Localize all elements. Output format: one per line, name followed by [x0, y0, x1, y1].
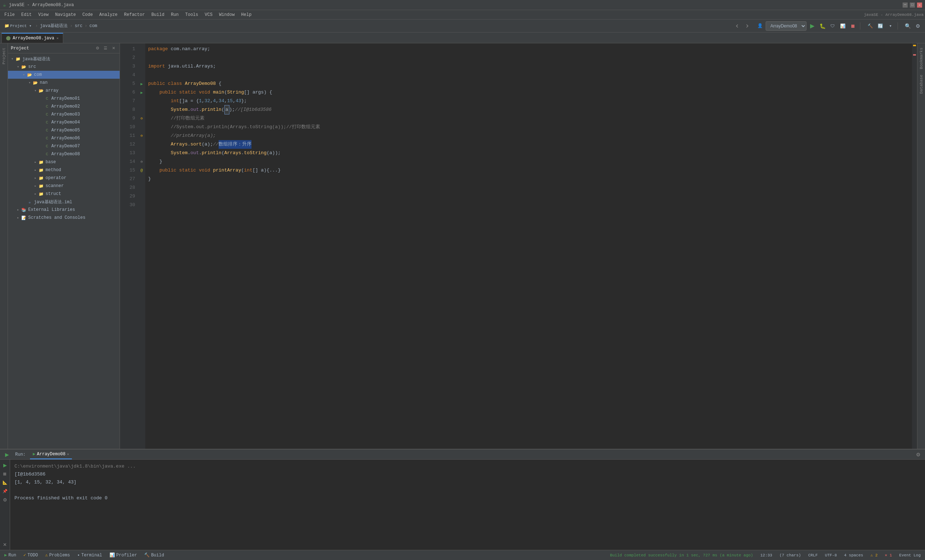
run-settings-btn[interactable]: ⚙ — [914, 450, 922, 459]
tree-item-array[interactable]: ▾ 📂 array — [8, 87, 120, 95]
gutter-6-run[interactable]: ▶ — [138, 88, 145, 97]
editor-tab-arraydemo08[interactable]: ArrayDemo08.java ✕ — [2, 33, 63, 43]
more-run-options[interactable]: ▾ — [886, 22, 895, 30]
run-coverage-button[interactable]: 🛡 — [828, 22, 837, 30]
build-action-tab[interactable]: 🔨 Build — [143, 552, 166, 558]
rerun-btn[interactable]: ▶ — [1, 461, 9, 469]
tree-arrow-external-libs: ▸ — [15, 207, 21, 212]
menu-vcs[interactable]: VCS — [202, 12, 216, 18]
menu-edit[interactable]: Edit — [18, 12, 35, 18]
menu-help[interactable]: Help — [238, 12, 255, 18]
menu-tools[interactable]: Tools — [182, 12, 201, 18]
settings-console-btn[interactable]: ⚙ — [1, 496, 9, 504]
gutter-5-run[interactable]: ▶ — [138, 80, 145, 88]
stop-run-btn[interactable]: ⏹ — [1, 470, 9, 478]
settings-button[interactable]: ⚙ — [913, 22, 922, 30]
close-button[interactable]: ✕ — [917, 3, 922, 8]
forward-button[interactable] — [743, 22, 752, 30]
project-close-btn[interactable]: ✕ — [110, 45, 117, 52]
tree-item-nan[interactable]: ▾ 📂 nan — [8, 79, 120, 87]
spaces-status[interactable]: 4 spaces — [843, 553, 865, 557]
gutter-9-fold[interactable]: ⊖ — [138, 114, 145, 123]
gutter-14-fold[interactable]: ⊖ — [138, 158, 145, 166]
breadcrumb-src[interactable]: src — [75, 24, 83, 29]
code-token — [148, 88, 159, 97]
tree-item-ArrayDemo03[interactable]: C ArrayDemo03 — [8, 111, 120, 119]
code-area[interactable]: package com.nan.array; import java.util.… — [145, 44, 912, 449]
breadcrumb-java[interactable]: java基础语法 — [40, 23, 68, 29]
project-settings-btn[interactable]: ⚙ — [94, 45, 101, 52]
run-action-tab[interactable]: ▶ Run — [3, 552, 18, 558]
event-log-btn[interactable]: Event Log — [898, 553, 922, 557]
search-everywhere-button[interactable]: 🔍 — [903, 22, 912, 30]
run-config-selector[interactable]: ArrayDemo08 — [766, 21, 806, 31]
menu-window[interactable]: Window — [216, 12, 237, 18]
tree-item-com[interactable]: ▾ 📂 com — [8, 71, 120, 79]
maximize-button[interactable]: □ — [910, 3, 915, 8]
tree-item-ArrayDemo02[interactable]: C ArrayDemo02 — [8, 102, 120, 111]
tree-item-operator[interactable]: ▸ 📁 operator — [8, 174, 120, 182]
build-button[interactable]: 🔨 — [866, 22, 874, 30]
run-action-label: Run — [8, 553, 16, 558]
code-token: printArray — [213, 166, 241, 175]
title-bar-controls[interactable]: ─ □ ✕ — [902, 3, 922, 8]
update-button[interactable]: 🔄 — [876, 22, 884, 30]
run-button[interactable]: ▶ — [808, 22, 817, 30]
menu-refactor[interactable]: Refactor — [121, 12, 148, 18]
terminal-action-tab[interactable]: ▪ Terminal — [76, 553, 104, 558]
tree-item-external-libs[interactable]: ▸ 📚 External Libraries — [8, 206, 120, 214]
debug-button[interactable]: 🐛 — [818, 22, 827, 30]
console-output[interactable]: C:\environment\java\jdk1.8\bin\java.exe … — [10, 459, 925, 550]
encoding-status[interactable]: UTF-8 — [824, 553, 838, 557]
back-button[interactable] — [733, 22, 741, 30]
code-token — [148, 105, 170, 114]
tree-item-ArrayDemo05[interactable]: C ArrayDemo05 — [8, 126, 120, 134]
menu-bar: File Edit View Navigate Code Analyze Ref… — [0, 10, 925, 20]
code-token: . — [188, 105, 190, 114]
minimize-button[interactable]: ─ — [902, 3, 908, 8]
todo-action-tab[interactable]: ✓ TODO — [22, 552, 39, 558]
menu-build[interactable]: Build — [149, 12, 167, 18]
line-separator-status[interactable]: CRLF — [807, 553, 819, 557]
database-tab[interactable]: Database — [919, 72, 924, 97]
tree-item-method[interactable]: ▸ 📁 method — [8, 166, 120, 174]
menu-code[interactable]: Code — [80, 12, 96, 18]
tree-item-base[interactable]: ▸ 📁 base — [8, 158, 120, 166]
menu-analyze[interactable]: Analyze — [96, 12, 121, 18]
close-console-btn[interactable]: ✕ — [1, 540, 9, 548]
stop-button[interactable]: ⏹ — [848, 22, 857, 30]
tree-item-src[interactable]: ▾ 📂 src — [8, 63, 120, 71]
bookmarks-tab[interactable]: Bookmarks — [919, 45, 924, 72]
tree-item-ArrayDemo08[interactable]: C ArrayDemo08 — [8, 150, 120, 158]
tree-item-ArrayDemo06[interactable]: C ArrayDemo06 — [8, 134, 120, 142]
project-dropdown[interactable]: 📁 Project ▾ — [3, 22, 33, 30]
breadcrumb-com[interactable]: com — [89, 24, 97, 29]
run-btn[interactable]: ▶ — [3, 450, 11, 459]
tree-item-iml[interactable]: ☕ java基础语法.iml — [8, 198, 120, 206]
restore-layout-btn[interactable]: 📐 — [1, 478, 9, 486]
profiler-action-tab[interactable]: 📊 Profiler — [108, 552, 139, 558]
menu-view[interactable]: View — [35, 12, 52, 18]
tree-label-array: array — [45, 88, 59, 93]
pin-btn[interactable]: 📌 — [1, 487, 9, 495]
run-tab-close[interactable]: ✕ — [67, 452, 69, 456]
tree-item-ArrayDemo01[interactable]: C ArrayDemo01 — [8, 95, 120, 102]
profile-button[interactable]: 📊 — [838, 22, 847, 30]
tab-close-button[interactable]: ✕ — [56, 36, 59, 41]
tree-item-root[interactable]: ▾ 📁 java基础语法 — [8, 55, 120, 63]
tree-item-ArrayDemo07[interactable]: C ArrayDemo07 — [8, 142, 120, 150]
run-tab-arraydemo08[interactable]: ▶ ArrayDemo08 ✕ — [30, 450, 72, 459]
tree-item-scratches[interactable]: ▸ 📝 Scratches and Consoles — [8, 214, 120, 222]
project-tool-tab[interactable]: Project — [1, 44, 7, 69]
console-line-2: [I@1b6d3586 — [14, 470, 920, 478]
code-token: out — [190, 105, 199, 114]
gutter-11-fold[interactable]: ⊖ — [138, 131, 145, 140]
tree-item-ArrayDemo04[interactable]: C ArrayDemo04 — [8, 119, 120, 126]
menu-file[interactable]: File — [2, 12, 18, 18]
menu-run[interactable]: Run — [168, 12, 182, 18]
tree-item-struct[interactable]: ▸ 📁 struct — [8, 190, 120, 198]
problems-action-tab[interactable]: ⚠ Problems — [44, 552, 72, 558]
project-collapse-btn[interactable]: ☰ — [102, 45, 109, 52]
tree-item-scanner[interactable]: ▸ 📁 scanner — [8, 182, 120, 190]
menu-navigate[interactable]: Navigate — [52, 12, 79, 18]
